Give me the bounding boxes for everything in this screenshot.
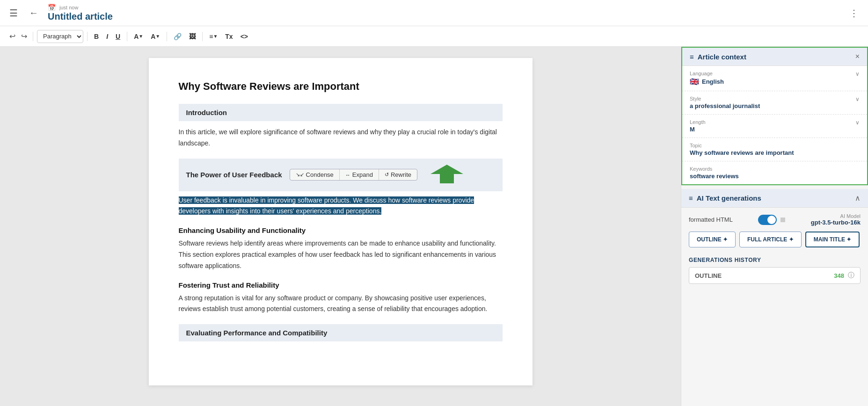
ai-toggle-row: formatted HTML AI Model gpt-3.5-turbo-16…	[689, 213, 861, 226]
language-label: Language	[690, 71, 724, 76]
image-button[interactable]: 🖼	[186, 31, 198, 42]
italic-button[interactable]: I	[103, 31, 111, 42]
redo-button[interactable]: ↪	[19, 30, 29, 43]
generations-history: GENERATIONS HISTORY OUTLINE 348 ⓘ	[681, 253, 868, 288]
section-header-performance: Evaluating Performance and Compatibility	[179, 324, 503, 341]
article-title-header: Untitled article	[48, 11, 113, 22]
font-color-arrow: ▼	[139, 34, 143, 39]
green-arrow	[430, 162, 463, 188]
keywords-value: software reviews	[690, 173, 739, 180]
topic-label: Topic	[690, 143, 794, 148]
formatted-html-toggle[interactable]	[758, 215, 777, 225]
ai-generations-collapse[interactable]: ∧	[855, 194, 861, 203]
editor-page[interactable]: Why Software Reviews are Important Intro…	[149, 58, 532, 385]
ai-controls: formatted HTML AI Model gpt-3.5-turbo-16…	[681, 208, 868, 232]
article-context-close[interactable]: ×	[855, 52, 860, 61]
length-label: Length	[690, 119, 706, 125]
ai-model-select[interactable]: gpt-3.5-turbo-16k	[811, 219, 861, 226]
rewrite-label: Rewrite	[391, 171, 411, 178]
ai-list-icon: ≡	[689, 194, 693, 202]
article-context-header: ≡ Article context ×	[682, 48, 867, 66]
underline-button[interactable]: U	[113, 31, 123, 42]
style-content: Style a professional journalist	[690, 96, 760, 109]
timestamp: just now	[59, 5, 78, 10]
condense-label: Condense	[306, 171, 334, 178]
link-icon: 🔗	[174, 33, 182, 40]
app-bar: ☰ ← 📅 just now Untitled article ⋮	[0, 0, 868, 26]
length-content: Length M	[690, 119, 706, 133]
code-button[interactable]: <>	[238, 31, 251, 42]
highlighted-text: User feedback is invaluable in improving…	[179, 196, 474, 215]
highlight-button[interactable]: A ▼	[148, 31, 163, 42]
inline-edit-toolbar: ↘↙ Condense ↔ Expand ↺ Rewrite	[290, 169, 417, 181]
ai-action-buttons: OUTLINE ✦ FULL ARTICLE ✦ MAIN TITLE ✦	[681, 232, 868, 253]
ai-generations-label: AI Text generations	[697, 194, 761, 202]
paragraph-style-select[interactable]: Paragraph	[37, 30, 83, 43]
section-label-user-feedback: The Power of User Feedback	[186, 171, 282, 179]
full-article-button[interactable]: FULL ARTICLE ✦	[739, 232, 802, 247]
flag-icon: 🇬🇧	[690, 77, 699, 86]
language-content: Language 🇬🇧 English	[690, 71, 724, 86]
font-color-button[interactable]: A ▼	[131, 31, 146, 42]
section-body-introduction: In this article, we will explore signifi…	[179, 127, 503, 149]
align-arrow: ▼	[213, 34, 218, 39]
back-icon: ←	[29, 7, 38, 18]
outline-button[interactable]: OUTLINE ✦	[689, 232, 736, 247]
language-text: English	[702, 78, 724, 85]
toolbar-separator-1	[33, 32, 33, 41]
topic-row[interactable]: Topic Why software reviews are important	[682, 138, 867, 161]
ai-model-label: AI Model	[840, 213, 861, 219]
align-icon: ≡	[209, 33, 213, 40]
section-header-introduction: Introduction	[179, 104, 503, 121]
font-color-icon: A	[134, 33, 139, 40]
subheading-trust: Fostering Trust and Reliability	[179, 281, 503, 289]
topic-value: Why software reviews are important	[690, 149, 794, 156]
toolbar-separator-2	[87, 32, 88, 41]
filter-icon: ≡	[690, 53, 694, 61]
expand-button[interactable]: ↔ Expand	[340, 169, 379, 180]
style-value: a professional journalist	[690, 102, 760, 109]
toolbar-separator-5	[202, 32, 203, 41]
link-button[interactable]: 🔗	[171, 31, 184, 42]
back-button[interactable]: ←	[27, 6, 40, 20]
style-label: Style	[690, 96, 760, 102]
ai-generations-header: ≡ AI Text generations ∧	[681, 189, 868, 208]
formatting-toolbar: ↩ ↪ Paragraph B I U A ▼ A ▼ 🔗 🖼 ≡ ▼ Tx <…	[0, 26, 868, 47]
length-row[interactable]: Length M ∨	[682, 115, 867, 138]
outline-history-item[interactable]: OUTLINE 348 ⓘ	[689, 267, 861, 284]
subheading-usability: Enhancing Usability and Functionality	[179, 226, 503, 234]
keywords-row[interactable]: Keywords software reviews	[682, 161, 867, 184]
menu-button[interactable]: ☰	[7, 6, 20, 21]
rewrite-button[interactable]: ↺ Rewrite	[379, 169, 417, 180]
more-options-button[interactable]: ⋮	[847, 6, 861, 21]
highlight-icon: A	[151, 33, 155, 40]
bold-button[interactable]: B	[91, 31, 102, 42]
formatted-html-label: formatted HTML	[689, 216, 733, 223]
main-title-button[interactable]: MAIN TITLE ✦	[805, 232, 860, 247]
outline-history-label: OUTLINE	[695, 272, 722, 279]
right-panel: ≡ Article context × Language 🇬🇧 English …	[681, 47, 868, 406]
ai-model-area: AI Model gpt-3.5-turbo-16k	[811, 213, 861, 226]
align-button[interactable]: ≡ ▼	[206, 31, 220, 42]
ai-generations-panel: ≡ AI Text generations ∧ formatted HTML A…	[681, 189, 868, 288]
body-usability: Software reviews help identify areas whe…	[179, 238, 503, 271]
condense-button[interactable]: ↘↙ Condense	[290, 169, 340, 180]
style-chevron: ∨	[855, 96, 860, 102]
clear-format-button[interactable]: Tx	[222, 31, 235, 42]
calendar-icon: 📅	[48, 4, 56, 11]
toggle-indicator	[780, 218, 785, 222]
section-header-user-feedback: The Power of User Feedback ↘↙ Condense ↔…	[179, 159, 503, 191]
ai-generations-title: ≡ AI Text generations	[689, 194, 761, 202]
topic-content: Topic Why software reviews are important	[690, 143, 794, 156]
svg-marker-0	[430, 165, 463, 183]
style-row[interactable]: Style a professional journalist ∨	[682, 91, 867, 115]
length-value: M	[690, 126, 706, 133]
menu-icon: ☰	[9, 7, 18, 19]
article-context-panel: ≡ Article context × Language 🇬🇧 English …	[681, 47, 868, 185]
expand-icon: ↔	[345, 172, 350, 178]
gen-history-title: GENERATIONS HISTORY	[689, 257, 861, 263]
language-row[interactable]: Language 🇬🇧 English ∨	[682, 66, 867, 91]
undo-button[interactable]: ↩	[7, 30, 17, 43]
info-icon[interactable]: ⓘ	[848, 271, 854, 280]
toolbar-separator-4	[167, 32, 167, 41]
